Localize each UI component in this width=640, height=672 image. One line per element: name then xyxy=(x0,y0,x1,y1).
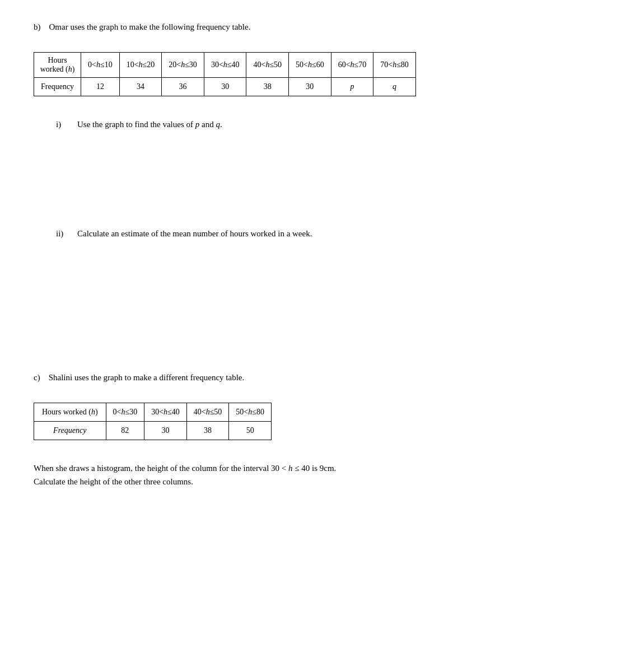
table-b-freq-label: Frequency xyxy=(34,78,81,96)
table-c-freq-row: Frequency 82 30 38 50 xyxy=(34,422,272,440)
table-b-header-row: Hoursworked (h) 0<h≤10 10<h≤20 20<h≤30 3… xyxy=(34,53,416,78)
section-b-intro: Omar uses the graph to make the followin… xyxy=(49,22,251,31)
table-b-h7: 60<h≤70 xyxy=(331,53,373,78)
table-b-f8: q xyxy=(373,78,416,96)
table-b-f5: 38 xyxy=(246,78,289,96)
table-c-freq-label: Frequency xyxy=(34,422,106,440)
table-c-h3: 40<h≤50 xyxy=(186,403,229,422)
note-line2: Calculate the height of the other three … xyxy=(34,475,606,488)
table-c-h2: 30<h≤40 xyxy=(144,403,187,422)
sub-bii-answer-space xyxy=(56,239,606,351)
table-b-h3: 20<h≤30 xyxy=(162,53,204,78)
table-c-f2: 30 xyxy=(144,422,187,440)
table-c-f4: 50 xyxy=(229,422,272,440)
table-b-f6: 30 xyxy=(289,78,331,96)
table-b-h8: 70<h≤80 xyxy=(373,53,416,78)
table-c-f1: 82 xyxy=(106,422,144,440)
table-b-f1: 12 xyxy=(81,78,120,96)
table-b-hours-label: Hoursworked (h) xyxy=(40,56,75,73)
section-c-answer-space xyxy=(34,488,606,623)
table-c-header-row: Hours worked (h) 0<h≤30 30<h≤40 40<h≤50 … xyxy=(34,403,272,422)
table-b-f7: p xyxy=(331,78,373,96)
sub-question-bii-row: ii) Calculate an estimate of the mean nu… xyxy=(56,229,606,239)
table-b-f4: 30 xyxy=(204,78,246,96)
section-b-label: b) Omar uses the graph to make the follo… xyxy=(34,22,606,32)
sub-question-bii: ii) Calculate an estimate of the mean nu… xyxy=(56,229,606,351)
table-b-h4: 30<h≤40 xyxy=(204,53,246,78)
table-b-h2: 10<h≤20 xyxy=(119,53,162,78)
table-c-h1: 0<h≤30 xyxy=(106,403,144,422)
section-c-label: c) Shalini uses the graph to make a diff… xyxy=(34,373,606,382)
table-b-f2: 34 xyxy=(119,78,162,96)
table-c-f3: 38 xyxy=(186,422,229,440)
sub-question-bi: i) Use the graph to find the values of p… xyxy=(56,120,606,219)
sub-bi-label: i) xyxy=(56,120,73,129)
table-b-f3: 36 xyxy=(162,78,204,96)
note-line1: When she draws a histogram, the height o… xyxy=(34,461,606,475)
table-b-h6: 50<h≤60 xyxy=(289,53,331,78)
table-b-container: Hoursworked (h) 0<h≤10 10<h≤20 20<h≤30 3… xyxy=(34,52,416,96)
sub-bi-answer-space xyxy=(56,129,606,219)
section-b-letter: b) xyxy=(34,22,41,31)
sub-bii-text: Calculate an estimate of the mean number… xyxy=(77,229,312,239)
section-c-note: When she draws a histogram, the height o… xyxy=(34,461,606,488)
table-b-col-label: Hoursworked (h) xyxy=(34,53,81,78)
section-c-intro: Shalini uses the graph to make a differe… xyxy=(49,373,245,382)
section-c-letter: c) xyxy=(34,373,40,382)
sub-question-bi-row: i) Use the graph to find the values of p… xyxy=(56,120,606,129)
sub-bii-label: ii) xyxy=(56,229,73,239)
table-c: Hours worked (h) 0<h≤30 30<h≤40 40<h≤50 … xyxy=(34,403,272,440)
table-b-h1: 0<h≤10 xyxy=(81,53,120,78)
table-b-freq-row: Frequency 12 34 36 30 38 30 p q xyxy=(34,78,416,96)
sub-bi-text: Use the graph to find the values of p an… xyxy=(77,120,222,129)
table-c-h4: 50<h≤80 xyxy=(229,403,272,422)
table-c-col-label: Hours worked (h) xyxy=(34,403,106,422)
table-c-container: Hours worked (h) 0<h≤30 30<h≤40 40<h≤50 … xyxy=(34,403,272,440)
section-b: b) Omar uses the graph to make the follo… xyxy=(34,22,606,351)
table-b-h5: 40<h≤50 xyxy=(246,53,289,78)
section-c: c) Shalini uses the graph to make a diff… xyxy=(34,373,606,623)
table-b: Hoursworked (h) 0<h≤10 10<h≤20 20<h≤30 3… xyxy=(34,52,416,96)
